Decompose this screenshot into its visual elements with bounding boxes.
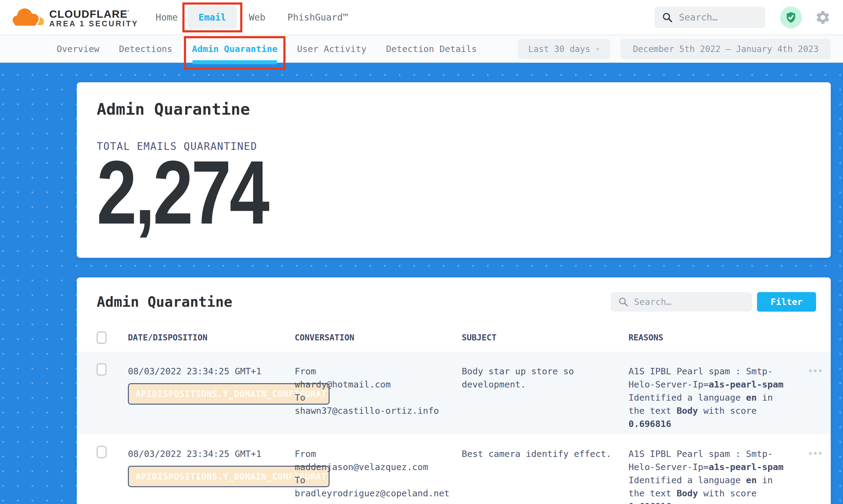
column-header-reasons: REASONS [629,333,800,342]
topnav-item-phishguard[interactable]: PhishGuard™ [284,12,351,23]
dashboard-background: Admin Quarantine TOTAL EMAILS QUARANTINE… [0,63,843,504]
from-address: whardy@hotmail.com [295,378,462,391]
conversation-cell: From whardy@hotmail.com To shawn37@casti… [295,352,462,434]
from-address: maddenjason@velazquez.com [295,461,462,474]
logo-tm: ' [128,10,129,15]
card-title: Admin Quarantine [97,100,831,118]
column-header-subject: SUBJECT [462,333,629,342]
global-search-box[interactable] [654,7,765,28]
row-checkbox[interactable] [97,446,106,458]
date-range-picker[interactable]: December 5th 2022 — January 4th 2023 [620,39,831,59]
settings-button[interactable] [815,10,831,25]
reasons-cell: A1S IPBL Pearl spam : Smtp-Helo-Server-I… [629,352,800,434]
to-address: shawn37@castillo-ortiz.info [295,404,462,417]
date-disposition-cell: 08/03/2022 23:34:25 GMT+1 APIDISPOSITION… [128,352,295,434]
subject-cell: Body star up store so development. [462,352,629,434]
table-card-title: Admin Quarantine [97,293,232,310]
table-header-row: DATE/DISPOSITION CONVERSATION SUBJECT RE… [77,323,831,352]
table-row[interactable]: 08/03/2022 23:34:25 GMT+1 APIDISPOSITION… [77,352,831,434]
admin-quarantine-table-card: Admin Quarantine Filter DATE/DISPOSITION… [77,277,831,504]
reasons-text: A1S IPBL Pearl spam : Smtp-Helo-Server-I… [629,447,791,504]
subnav-item-admin-quarantine[interactable]: Admin Quarantine [192,43,277,54]
subnav-item-detections[interactable]: Detections [119,43,173,54]
search-icon [618,296,629,307]
global-search-input[interactable] [679,12,755,23]
column-header-conversation: CONVERSATION [295,333,462,342]
reasons-text: A1S IPBL Pearl spam : Smtp-Helo-Server-I… [629,365,791,431]
table-search-input[interactable] [634,296,738,307]
table-card-header: Admin Quarantine Filter [77,277,831,323]
row-date: 08/03/2022 23:34:25 GMT+1 [128,447,295,461]
period-dropdown-label: Last 30 days [528,44,590,54]
table-row[interactable]: 08/03/2022 23:34:25 GMT+1 APIDISPOSITION… [77,434,831,504]
conversation-cell: From maddenjason@velazquez.com To bradle… [295,434,462,504]
security-status-badge[interactable] [780,6,802,29]
top-navigation: Home Email Web PhishGuard™ [153,6,351,29]
metric-value: 2,274 [97,157,268,228]
shield-check-icon [785,11,797,24]
subnav-item-user-activity[interactable]: User Activity [297,43,367,54]
subnav-item-overview[interactable]: Overview [57,43,100,54]
cloudflare-logo: CLOUDFLARE' AREA 1 SECURITY [11,7,139,28]
column-header-date: DATE/DISPOSITION [128,333,295,342]
from-label: From [295,447,462,461]
chevron-down-icon: ▾ [596,45,600,53]
cloudflare-cloud-icon [11,7,45,28]
row-actions-menu[interactable] [808,366,823,375]
logo-text: CLOUDFLARE' AREA 1 SECURITY [49,7,139,28]
topnav-item-home[interactable]: Home [153,12,181,23]
from-label: From [295,365,462,378]
gear-icon [815,10,831,25]
logo-line2: AREA 1 SECURITY [49,19,139,28]
subject-cell: Best camera identify effect. [462,434,629,504]
reasons-cell: A1S IPBL Pearl spam : Smtp-Helo-Server-I… [629,434,800,504]
to-label: To [295,391,462,404]
topnav-item-email[interactable]: Email [188,6,237,29]
search-icon [662,12,673,23]
table-search-box[interactable] [611,292,752,312]
period-dropdown[interactable]: Last 30 days ▾ [518,39,611,59]
subject-text: Body star up store so development. [462,365,615,391]
row-checkbox[interactable] [97,363,106,376]
to-address: bradleyrodriguez@copeland.net [295,487,462,500]
logo-line1: CLOUDFLARE' [49,7,139,20]
topnav-item-email-label: Email [198,12,226,23]
topnav-item-web[interactable]: Web [246,12,268,23]
subnav-item-admin-quarantine-label: Admin Quarantine [192,44,277,54]
date-disposition-cell: 08/03/2022 23:34:25 GMT+1 APIDISPOSITION… [128,434,295,504]
top-bar: CLOUDFLARE' AREA 1 SECURITY Home Email W… [0,0,843,35]
row-date: 08/03/2022 23:34:25 GMT+1 [128,365,295,378]
subject-text: Best camera identify effect. [462,447,615,461]
date-range-label: December 5th 2022 — January 4th 2023 [633,44,819,54]
row-actions-menu[interactable] [808,449,823,458]
date-controls: Last 30 days ▾ December 5th 2022 — Janua… [518,39,831,59]
subnav-item-detection-details[interactable]: Detection Details [386,43,477,54]
filter-button[interactable]: Filter [757,292,816,312]
email-sub-navigation: Overview Detections Admin Quarantine Use… [0,35,843,63]
select-all-checkbox[interactable] [97,331,106,344]
total-quarantined-card: Admin Quarantine TOTAL EMAILS QUARANTINE… [77,82,831,258]
to-label: To [295,474,462,487]
